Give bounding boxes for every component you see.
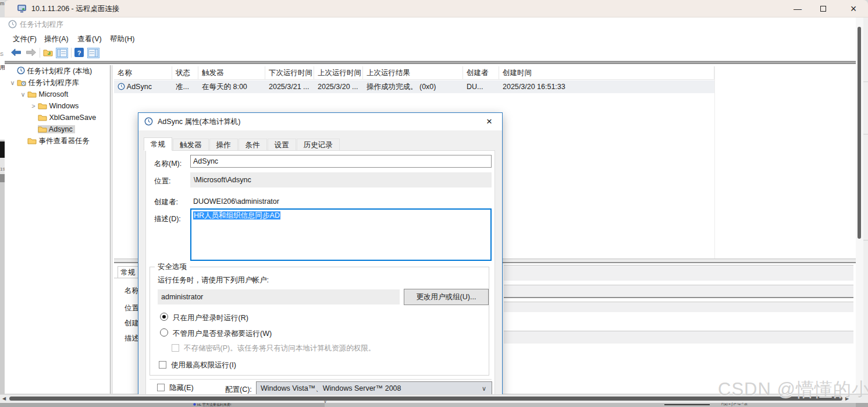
menu-action[interactable]: 操作(A) [43,34,70,44]
task-nextrun-cell: 2025/3/21 ... [265,80,314,93]
menu-file[interactable]: 文件(F) [12,34,38,44]
change-user-button[interactable]: 更改用户或组(U)... [404,289,489,305]
help-icon[interactable]: ? [74,48,84,59]
console-tree: 任务计划程序 (本地) ∨ 任务计划程序库 ∨ Microsoft > Wind… [5,65,110,391]
back-icon[interactable] [10,48,22,58]
edge-fragment: 19 [0,167,5,172]
preview-label-description: 描述 [124,334,139,344]
task-result-cell: 操作成功完成。 (0x0) [363,80,463,93]
folder-icon [27,90,37,98]
security-options-group: 安全选项 运行任务时，请使用下列用户帐户: administrator 更改用户… [150,267,489,376]
folder-icon [38,102,47,110]
column-header[interactable]: 创建者 [463,66,499,79]
name-label: 名称(M): [154,159,182,169]
tree-item-adsync[interactable]: Adsync [5,123,110,135]
account-field: administrator [158,289,400,305]
dialog-title: AdSync 属性(本地计算机) [158,117,240,127]
author-value: DUOWEI206\administrator [193,197,279,206]
edge-fragment: m [0,1,5,6]
chevron-icon[interactable]: > [29,100,38,112]
preview-tab-general[interactable]: 常规 [118,266,138,278]
checkbox-hidden[interactable] [157,384,165,391]
description-label: 描述(D): [154,214,181,224]
vertical-scrollbar-thumb[interactable] [858,27,861,239]
menu-bar: 文件(F) 操作(A) 查看(V) 帮助(H) [5,31,856,45]
name-input[interactable] [190,155,492,168]
tab-triggers[interactable]: 触发器 [173,139,209,151]
console-tree-icon[interactable] [56,48,68,58]
radio-run-whether-logged-on-label[interactable]: 不管用户是否登录都要运行(W) [173,329,272,339]
tree-item-scheduler-local[interactable]: 任务计划程序 (本地) [5,65,110,77]
rdp-screen: m S 用 19 10.1.11.206 - 远程桌面连接 — × 任务计划程序… [0,0,868,407]
folder-icon [27,137,37,145]
forward-icon[interactable] [26,48,37,58]
folder-icon[interactable] [43,48,53,58]
checkbox-hidden-label[interactable]: 隐藏(E) [169,383,194,393]
menu-help[interactable]: 帮助(H) [109,34,136,44]
dialog-titlebar[interactable]: AdSync 属性(本地计算机) × [138,113,502,130]
tree-item-microsoft[interactable]: ∨ Microsoft [5,89,110,100]
column-header[interactable]: 触发器 [198,66,265,79]
configure-for-dropdown[interactable]: Windows Vista™、Windows Server™ 2008 ∨ [256,381,492,395]
chevron-icon[interactable]: ∨ [19,89,27,100]
tab-settings[interactable]: 设置 [268,139,296,151]
clock-icon [144,117,153,128]
column-header[interactable]: 创建时间 [499,66,714,79]
edge-fragment: 用 [0,64,5,72]
column-header[interactable]: 状态 [172,66,198,79]
tree-item-windows[interactable]: > Windows [5,100,110,112]
chevron-down-icon: ∨ [482,382,486,395]
radio-run-when-logged-on-label[interactable]: 只在用户登录时运行(R) [173,313,248,323]
column-header[interactable]: 下次运行时间 [265,66,314,79]
close-button[interactable]: × [845,3,862,15]
remote-desktop-icon [17,5,27,15]
column-header[interactable]: 名称 [114,66,172,79]
checkbox-highest-privileges[interactable] [159,361,166,369]
configure-label: 配置(C): [225,385,252,395]
toolbar: ? [5,45,856,61]
dialog-tabs: 常规触发器操作条件设置历史记录 [144,137,340,151]
rdp-titlebar[interactable]: 10.1.11.206 - 远程桌面连接 — × [5,0,868,17]
tree-item-label: 任务计划程序 (本地) [27,67,92,75]
radio-run-whether-logged-on[interactable] [160,328,168,337]
dialog-close-icon[interactable]: × [482,115,496,128]
tab-history[interactable]: 历史记录 [297,139,340,151]
action-pane-icon[interactable] [87,48,99,58]
tab-general[interactable]: 常规 [144,137,172,151]
svg-text:?: ? [77,49,81,56]
chevron-icon[interactable]: ∨ [8,77,17,89]
preview-label-created: 创建 [124,318,139,328]
task-trigger-cell: 在每天的 8:00 [198,80,265,93]
preview-label-location: 位置 [124,303,139,313]
tree-item-xblgamesave[interactable]: XblGameSave [5,112,110,123]
preview-label-name: 名称 [124,286,139,296]
maximize-button[interactable] [820,6,826,12]
table-header: 名称 状态 触发器 下次运行时间 上次运行时间 上次运行结果 创建者 创建时间 [114,66,714,80]
clock-icon [8,20,17,30]
preview-field-bar [504,331,853,344]
tree-item-task-library[interactable]: ∨ 任务计划程序库 [5,77,110,89]
tree-item-label: Windows [49,102,79,110]
folder-clock-icon [17,79,26,87]
tab-conditions[interactable]: 条件 [239,139,267,151]
tree-item-event-viewer-tasks[interactable]: 事件查看器任务 [5,135,110,147]
description-textarea[interactable]: HR人员和组织信息同步AD [190,208,492,261]
location-value: \Microsoft\Adsync [190,172,492,187]
table-row[interactable]: AdSync 准... 在每天的 8:00 2025/3/21 ... 2025… [114,80,714,93]
minimize-button[interactable]: — [789,3,806,15]
task-lastrun-cell: 2025/3/20 ... [314,80,363,93]
tree-item-label: 事件查看器任务 [38,137,90,145]
menu-view[interactable]: 查看(V) [76,34,103,44]
radio-run-when-logged-on[interactable] [160,313,168,321]
task-author-cell: DU... [463,80,499,93]
scroll-left-icon[interactable]: ◀ [2,396,6,402]
checkbox-highest-privileges-label[interactable]: 使用最高权限运行(I) [171,360,236,370]
task-status-cell: 准... [172,80,198,93]
column-header[interactable]: 上次运行时间 [314,66,363,79]
tab-actions[interactable]: 操作 [209,139,238,151]
tree-item-label: XblGameSave [49,114,96,122]
configure-for-value: Windows Vista™、Windows Server™ 2008 [261,384,401,392]
tree-item-label: Microsoft [38,90,68,98]
column-header[interactable]: 上次运行结果 [363,66,463,79]
security-options-legend: 安全选项 [155,262,190,272]
